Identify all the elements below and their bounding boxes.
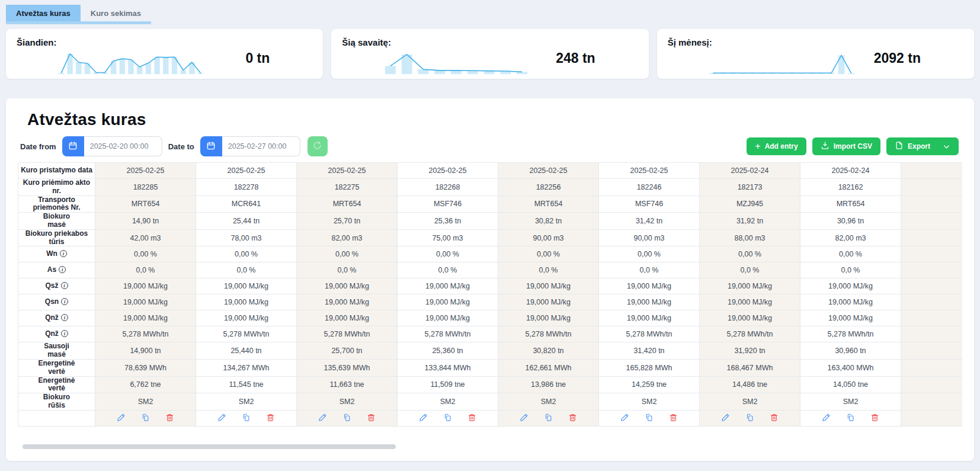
table-cell: 0,0 % — [498, 262, 599, 278]
info-icon[interactable]: i — [60, 250, 67, 257]
date-to-input[interactable] — [222, 136, 300, 156]
table-cell: 19,000 MJ/kg — [599, 294, 700, 310]
delete-button[interactable] — [165, 413, 174, 424]
delete-button[interactable] — [770, 413, 779, 424]
action-cell — [196, 410, 297, 426]
table-column-partial — [901, 179, 963, 196]
table-column-partial — [901, 196, 963, 213]
copy-button[interactable] — [242, 413, 251, 424]
table-cell: 2025-02-24 — [700, 163, 800, 179]
table-column-partial — [901, 359, 963, 376]
table-column-partial — [901, 393, 963, 411]
row-header-label: Qsž — [45, 281, 58, 290]
copy-icon — [544, 413, 553, 424]
copy-button[interactable] — [544, 413, 553, 424]
table-column-partial — [901, 262, 963, 278]
row-header: Biokuro priekabos tūris — [18, 229, 95, 246]
delete-button[interactable] — [467, 413, 476, 424]
table-cell: 182256 — [498, 179, 599, 196]
table-cell: 13,986 tne — [498, 376, 599, 393]
info-icon[interactable]: i — [61, 298, 68, 305]
row-header: Asi — [18, 262, 95, 278]
table-cell: 0,00 % — [800, 246, 901, 262]
table-cell: SM2 — [700, 393, 800, 411]
delete-button[interactable] — [870, 413, 879, 424]
delete-button[interactable] — [367, 413, 376, 424]
date-from-input[interactable] — [84, 136, 162, 156]
table-cell: 19,000 MJ/kg — [498, 310, 599, 326]
table-row: Asi0,0 %0,0 %0,0 %0,0 %0,0 %0,0 %0,0 %0,… — [18, 262, 963, 278]
edit-button[interactable] — [217, 413, 226, 424]
row-header: Qsni — [18, 294, 95, 310]
table-cell: MRT654 — [95, 196, 196, 213]
table-cell: 19,000 MJ/kg — [95, 294, 196, 310]
table-cell: 0,00 % — [95, 246, 196, 262]
table-cell: 25,360 tn — [398, 342, 498, 360]
edit-button[interactable] — [419, 413, 428, 424]
table-cell: 31,42 tn — [599, 213, 700, 230]
info-icon[interactable]: i — [61, 282, 68, 289]
date-to-calendar-button[interactable] — [200, 136, 222, 156]
table-cell: 0,00 % — [599, 246, 700, 262]
trash-icon — [467, 413, 476, 424]
info-icon[interactable]: i — [61, 330, 68, 337]
copy-button[interactable] — [342, 413, 351, 424]
table-cell: SM2 — [599, 393, 700, 411]
table-cell: 162,661 MWh — [498, 359, 599, 376]
action-cell — [599, 410, 700, 426]
info-icon[interactable]: i — [59, 266, 66, 273]
table-cell: 0,0 % — [297, 262, 398, 278]
copy-icon — [846, 413, 855, 424]
delete-button[interactable] — [568, 413, 577, 424]
row-header-label: Energetinė vertė — [38, 376, 75, 392]
table-actions-row — [18, 410, 963, 426]
import-csv-button[interactable]: Import CSV — [812, 137, 880, 155]
edit-button[interactable] — [318, 413, 327, 424]
date-from-group — [62, 136, 162, 156]
tab-kuro-sekimas[interactable]: Kuro sekimas — [81, 5, 151, 21]
table-cell: SM2 — [800, 393, 901, 411]
edit-button[interactable] — [117, 413, 126, 424]
table-cell: SM2 — [95, 393, 196, 411]
table-cell: 14,90 tn — [95, 213, 196, 230]
date-from-calendar-button[interactable] — [62, 136, 84, 156]
row-header: Biokuro rūšis — [18, 393, 95, 411]
copy-button[interactable] — [443, 413, 452, 424]
table-cell: 19,000 MJ/kg — [800, 278, 901, 294]
table-cell: 2025-02-25 — [95, 163, 196, 179]
row-header: Kuro pristatymo data — [18, 163, 95, 179]
edit-button[interactable] — [822, 413, 831, 424]
pencil-icon — [620, 413, 629, 424]
copy-button[interactable] — [745, 413, 754, 424]
row-header-label: Qnž — [45, 313, 59, 322]
edit-button[interactable] — [620, 413, 629, 424]
table-cell: SM2 — [297, 393, 398, 411]
table-cell: 6,762 tne — [95, 376, 196, 393]
copy-button[interactable] — [645, 413, 654, 424]
table-row: Energetinė vertė6,762 tne11,545 tne11,66… — [18, 376, 963, 393]
info-icon[interactable]: i — [61, 314, 68, 321]
stat-card-today: Šiandien: 0 tn — [6, 29, 323, 79]
delete-button[interactable] — [266, 413, 275, 424]
pencil-icon — [721, 413, 730, 424]
copy-button[interactable] — [141, 413, 150, 424]
sparkline-chart — [57, 50, 205, 75]
export-button[interactable]: Export — [886, 137, 959, 155]
table-cell: 0,00 % — [297, 246, 398, 262]
table-cell: MSF746 — [599, 196, 700, 213]
scrollbar-thumb[interactable] — [23, 444, 396, 449]
table-cell: 0,0 % — [800, 262, 901, 278]
table-cell: 0,0 % — [196, 262, 297, 278]
edit-button[interactable] — [520, 413, 529, 424]
edit-button[interactable] — [721, 413, 730, 424]
add-entry-button[interactable]: + Add entry — [747, 137, 806, 155]
stat-label: Šį mėnesį: — [668, 37, 712, 47]
table-cell: 2025-02-25 — [398, 163, 498, 179]
tab-atveztas-kuras[interactable]: Atvežtas kuras — [6, 5, 81, 21]
delete-button[interactable] — [669, 413, 678, 424]
copy-button[interactable] — [846, 413, 855, 424]
table-cell: 25,700 tn — [297, 342, 398, 360]
page: Atvežtas kuras Kuro sekimas Šiandien: 0 … — [0, 0, 980, 471]
row-header-label: Biokuro rūšis — [43, 393, 70, 409]
refresh-button[interactable] — [308, 136, 328, 156]
